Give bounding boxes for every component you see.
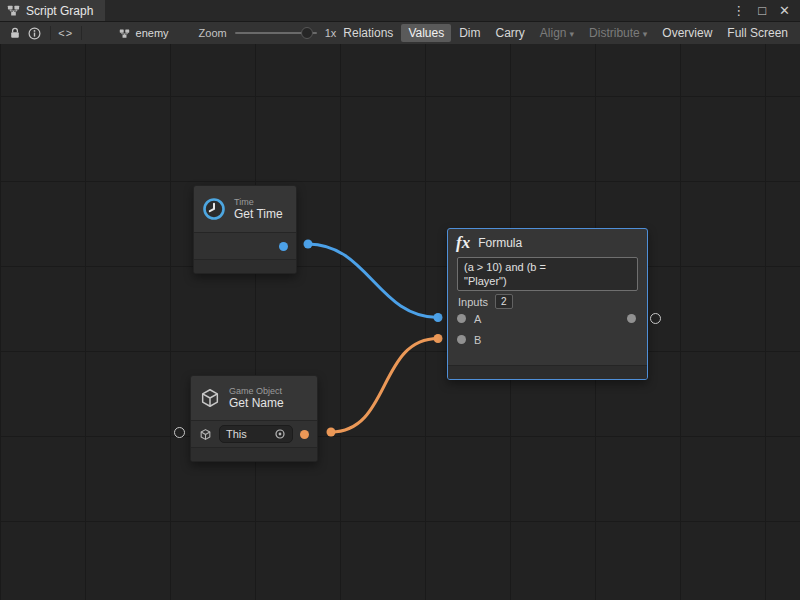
align-dropdown-button[interactable]: Align▾ [533, 24, 581, 42]
node-footer [448, 365, 647, 379]
node-get-time[interactable]: Time Get Time [193, 185, 297, 274]
values-button[interactable]: Values [401, 24, 451, 42]
cube-icon-small [199, 428, 212, 441]
relations-button[interactable]: Relations [336, 24, 400, 42]
zoom-slider[interactable] [235, 32, 317, 34]
zoom-control: Zoom 1x [199, 27, 337, 39]
get-name-titles: Game Object Get Name [229, 386, 284, 410]
zoom-label: Zoom [199, 27, 227, 39]
get-name-header: Game Object Get Name [191, 376, 317, 420]
script-graph-icon [7, 4, 20, 17]
formula-output-port[interactable] [627, 314, 636, 323]
target-object-value: This [226, 428, 247, 440]
full-screen-button[interactable]: Full Screen [720, 24, 795, 42]
graph-breadcrumb[interactable]: enemy [119, 27, 169, 39]
formula-inputs-row: Inputs 2 [458, 295, 637, 308]
node-category: Game Object [229, 386, 284, 396]
graph-asset-icon [119, 28, 130, 39]
lock-icon [9, 27, 21, 40]
formula-input-b-port[interactable] [457, 335, 466, 344]
get-time-header: Time Get Time [194, 186, 296, 232]
maximize-icon[interactable]: □ [758, 3, 766, 18]
cube-icon [199, 387, 221, 409]
edit-source-button[interactable]: <> [56, 23, 76, 43]
formula-header: fx Formula [448, 229, 647, 257]
graph-canvas[interactable]: Time Get Time fx Formula (a > 10) and (b… [0, 44, 800, 600]
formula-port-a-row: A [448, 308, 647, 329]
info-icon [28, 27, 41, 40]
node-footer [194, 259, 296, 273]
dim-button[interactable]: Dim [452, 24, 487, 42]
toolbar-separator [50, 26, 51, 40]
script-graph-window: Script Graph ⋮ □ ✕ <> [0, 0, 800, 600]
node-get-name[interactable]: Game Object Get Name This [190, 375, 318, 462]
formula-expression: (a > 10) and (b = "Player") [464, 260, 568, 288]
wires-layer [0, 44, 800, 600]
distribute-dropdown-button[interactable]: Distribute▾ [582, 24, 654, 42]
code-brackets-icon: <> [58, 27, 73, 39]
formula-input-a-port[interactable] [457, 314, 466, 323]
get-time-titles: Time Get Time [234, 197, 283, 221]
get-name-output-port[interactable] [300, 430, 309, 439]
node-footer [191, 447, 317, 461]
node-category: Time [234, 197, 283, 207]
object-picker-icon[interactable] [274, 428, 286, 440]
zoom-value: 1x [325, 27, 337, 39]
titlebar: Script Graph ⋮ □ ✕ [0, 0, 800, 22]
overview-button[interactable]: Overview [655, 24, 719, 42]
tab-script-graph[interactable]: Script Graph [0, 0, 105, 21]
wire-endpoint-blue-start[interactable] [304, 240, 313, 249]
formula-port-b-row: B [448, 329, 647, 350]
get-time-output-port[interactable] [279, 242, 288, 251]
inputs-label: Inputs [458, 296, 488, 308]
get-time-port-row [194, 232, 296, 259]
tab-title: Script Graph [26, 4, 93, 18]
port-b-label: B [474, 334, 481, 346]
window-menu-icon[interactable]: ⋮ [732, 3, 745, 18]
get-name-input-connector[interactable] [174, 427, 185, 438]
close-icon[interactable]: ✕ [779, 3, 790, 18]
window-controls: ⋮ □ ✕ [732, 0, 800, 21]
chevron-down-icon: ▾ [643, 29, 648, 39]
toolbar-separator [81, 26, 82, 40]
inputs-count-field[interactable]: 2 [495, 294, 513, 309]
get-name-port-row: This [191, 420, 317, 447]
toolbar-buttons: Relations Values Dim Carry Align▾ Distri… [336, 24, 795, 42]
zoom-slider-handle[interactable] [301, 27, 313, 39]
graph-name: enemy [136, 27, 169, 39]
lock-button[interactable] [5, 23, 25, 43]
clock-icon [202, 197, 226, 221]
node-formula[interactable]: fx Formula (a > 10) and (b = "Player") I… [447, 228, 648, 380]
node-title: Get Time [234, 208, 283, 221]
node-title: Formula [478, 237, 522, 250]
carry-button[interactable]: Carry [489, 24, 532, 42]
formula-output-connector[interactable] [650, 313, 661, 324]
toolbar: <> enemy Zoom 1x Relations Values Dim Ca… [0, 22, 800, 45]
wire-endpoint-orange-start[interactable] [327, 428, 336, 437]
wire-get-time-to-formula-a[interactable] [308, 244, 438, 318]
target-object-dropdown[interactable]: This [219, 425, 293, 443]
wire-endpoint-orange-end[interactable] [434, 334, 443, 343]
wire-get-name-to-formula-b[interactable] [331, 339, 438, 433]
fx-icon: fx [456, 233, 470, 253]
info-button[interactable] [25, 23, 45, 43]
wire-endpoint-blue-end[interactable] [434, 313, 443, 322]
chevron-down-icon: ▾ [570, 29, 575, 39]
node-title: Get Name [229, 397, 284, 410]
formula-expression-field[interactable]: (a > 10) and (b = "Player") [457, 257, 638, 291]
port-a-label: A [474, 313, 481, 325]
